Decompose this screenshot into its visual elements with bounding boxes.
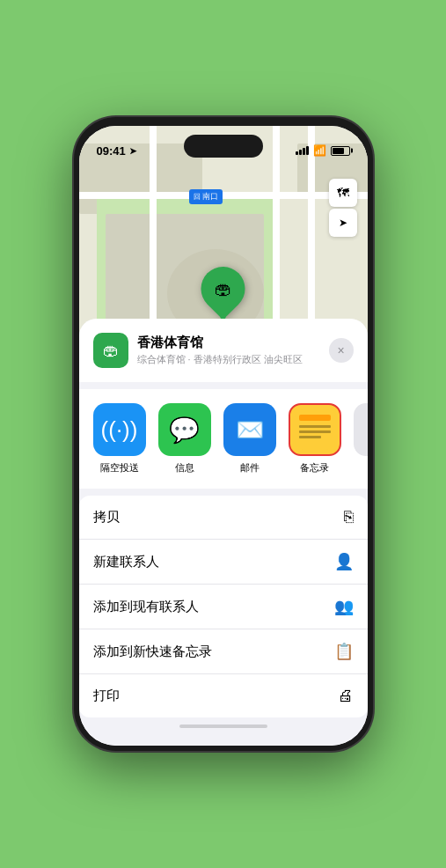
notes-header-bar [299, 415, 331, 421]
notes-line [299, 430, 331, 433]
mail-icon-wrap: ✉️ [223, 403, 276, 456]
message-label: 信息 [175, 461, 194, 474]
wifi-icon: 📶 [313, 144, 326, 157]
dynamic-island [184, 135, 263, 158]
print-label: 打印 [93, 688, 120, 704]
map-label-tag: 回南口 [189, 189, 223, 204]
airdrop-icon: ((·)) [101, 416, 138, 444]
stadium-icon: 🏟 [215, 279, 232, 299]
person-icon: 👤 [334, 552, 354, 571]
status-time: 09:41 ➤ [97, 144, 136, 158]
message-icon: 💬 [169, 416, 200, 445]
person-add-icon: 👥 [334, 597, 354, 616]
home-indicator [179, 725, 267, 728]
share-item-more[interactable]: 提 [354, 403, 368, 474]
action-copy[interactable]: 拷贝 ⎘ [79, 496, 368, 540]
marker-pin-container: 🏟 [201, 267, 245, 320]
action-new-contact[interactable]: 新建联系人 👤 [79, 540, 368, 585]
share-item-mail[interactable]: ✉️ 邮件 [223, 403, 276, 474]
notes-label: 备忘录 [300, 461, 329, 474]
notes-icon-wrap [289, 403, 341, 456]
mail-icon: ✉️ [236, 416, 264, 444]
battery-fill [333, 148, 345, 154]
place-subtitle: 综合体育馆 · 香港特别行政区 油尖旺区 [137, 353, 320, 366]
add-existing-label: 添加到现有联系人 [93, 599, 199, 615]
place-name: 香港体育馆 [137, 335, 320, 351]
share-item-notes[interactable]: 备忘录 [289, 403, 341, 474]
copy-icon: ⎘ [344, 508, 354, 526]
airdrop-icon-wrap: ((·)) [93, 403, 146, 456]
map-type-button[interactable]: 🗺 [329, 179, 357, 207]
status-icons: 📶 [296, 144, 350, 157]
more-icon-wrap [354, 403, 368, 456]
close-button[interactable]: × [329, 338, 354, 363]
airdrop-label: 隔空投送 [100, 461, 139, 474]
share-row: ((·)) 隔空投送 💬 信息 ✉️ 邮件 [79, 389, 368, 489]
action-add-existing[interactable]: 添加到现有联系人 👥 [79, 585, 368, 629]
notes-line [299, 436, 321, 438]
quick-note-label: 添加到新快速备忘录 [93, 644, 212, 660]
map-road [79, 192, 368, 199]
notes-line [299, 425, 331, 428]
map-controls: 🗺 ➤ [329, 179, 357, 237]
action-print[interactable]: 打印 🖨 [79, 674, 368, 717]
action-list: 拷贝 ⎘ 新建联系人 👤 添加到现有联系人 👥 添加到新快速备忘录 📋 打印 [79, 496, 368, 717]
note-icon: 📋 [334, 642, 354, 661]
place-icon: 🏟 [93, 333, 128, 368]
copy-label: 拷贝 [93, 509, 120, 526]
phone-screen: 09:41 ➤ 📶 [79, 126, 368, 746]
print-icon: 🖨 [338, 687, 354, 705]
share-item-airdrop[interactable]: ((·)) 隔空投送 [93, 403, 146, 474]
mail-label: 邮件 [240, 461, 260, 474]
location-button[interactable]: ➤ [329, 209, 357, 237]
notes-app-icon [295, 409, 335, 450]
action-quick-note[interactable]: 添加到新快速备忘录 📋 [79, 629, 368, 674]
location-arrow-icon: ➤ [129, 146, 136, 156]
battery-icon [331, 146, 350, 156]
place-info: 香港体育馆 综合体育馆 · 香港特别行政区 油尖旺区 [137, 335, 320, 366]
share-item-message[interactable]: 💬 信息 [158, 403, 211, 474]
marker-pin: 🏟 [192, 258, 254, 320]
place-header: 🏟 香港体育馆 综合体育馆 · 香港特别行政区 油尖旺区 × [79, 319, 368, 382]
new-contact-label: 新建联系人 [93, 554, 159, 570]
bottom-sheet: 🏟 香港体育馆 综合体育馆 · 香港特别行政区 油尖旺区 × ((·)) 隔空投… [79, 319, 368, 746]
message-icon-wrap: 💬 [158, 403, 211, 456]
phone-frame: 09:41 ➤ 📶 [74, 117, 373, 751]
signal-bars [296, 146, 309, 155]
